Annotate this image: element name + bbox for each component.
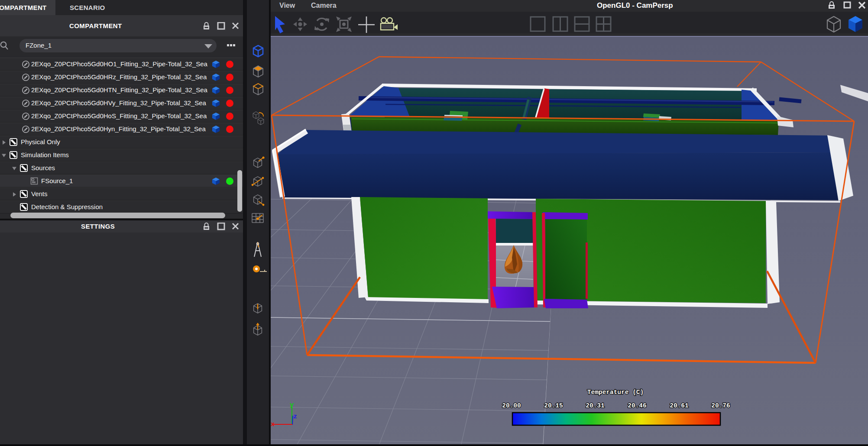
svg-text:x: x — [271, 421, 275, 428]
svg-text:y: y — [290, 401, 294, 409]
svg-text:20.46: 20.46 — [628, 402, 647, 409]
svg-text:20.61: 20.61 — [670, 402, 689, 409]
svg-text:20.00: 20.00 — [502, 402, 521, 409]
svg-text:20.31: 20.31 — [586, 402, 605, 409]
svg-text:20.15: 20.15 — [544, 402, 563, 409]
svg-text:z: z — [293, 413, 297, 420]
svg-text:20.76: 20.76 — [711, 402, 730, 409]
svg-text:Temperature (C): Temperature (C) — [587, 389, 644, 396]
